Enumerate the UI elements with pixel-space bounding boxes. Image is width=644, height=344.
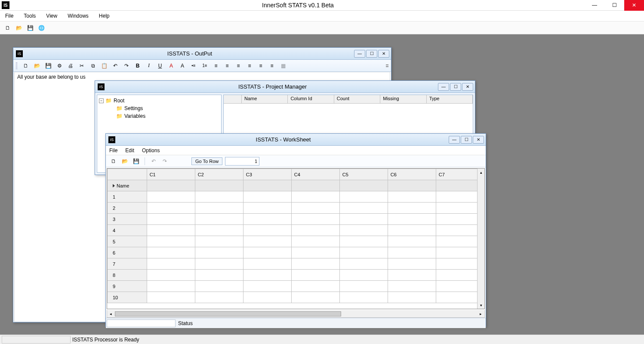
pm-maximize-button[interactable]: ☐	[450, 83, 461, 91]
ws-menu-options[interactable]: Options	[142, 147, 160, 154]
ws-col-c5[interactable]: C5	[339, 169, 388, 180]
pm-col-name[interactable]: Name	[242, 95, 288, 103]
ws-cell[interactable]	[243, 214, 291, 225]
ws-col-c2[interactable]: C2	[195, 169, 243, 180]
scroll-down-icon[interactable]: ▾	[478, 301, 484, 309]
ws-cell[interactable]	[243, 258, 291, 270]
toolbar-overflow-icon[interactable]	[386, 64, 388, 67]
ws-horizontal-scrollbar[interactable]: ◂ ▸	[107, 310, 485, 318]
ws-cell[interactable]	[147, 191, 195, 203]
ws-data-row[interactable]: 1	[108, 191, 484, 203]
ws-col-c6[interactable]: C6	[388, 169, 436, 180]
scroll-right-icon[interactable]: ▸	[477, 310, 484, 317]
scroll-thumb[interactable]	[115, 311, 341, 316]
ws-cell[interactable]	[195, 180, 243, 191]
pm-col-columnid[interactable]: Column Id	[288, 95, 334, 103]
output-print-icon[interactable]	[66, 61, 75, 70]
minimize-button[interactable]: —	[585, 0, 604, 11]
ws-cell[interactable]	[291, 281, 339, 292]
ws-cell[interactable]	[339, 247, 388, 258]
ws-cell[interactable]	[147, 281, 195, 292]
ws-cell[interactable]	[339, 292, 388, 303]
ws-cell[interactable]	[291, 203, 339, 214]
ws-cell[interactable]	[243, 247, 291, 258]
ws-menu-file[interactable]: File	[109, 147, 117, 154]
tree-item-root[interactable]: − Root	[99, 97, 219, 104]
ws-row-header[interactable]: 8	[108, 270, 147, 281]
output-align-center-icon[interactable]	[223, 61, 231, 70]
menu-file[interactable]: File	[0, 11, 18, 21]
ws-cell[interactable]	[388, 214, 436, 225]
ws-cell[interactable]	[388, 236, 436, 247]
ws-cell[interactable]	[291, 214, 339, 225]
output-redo-icon[interactable]	[122, 61, 131, 70]
ws-cell[interactable]	[339, 214, 388, 225]
ws-cell[interactable]	[243, 203, 291, 214]
output-cut-icon[interactable]	[77, 61, 86, 70]
ws-redo-icon[interactable]	[160, 157, 169, 166]
ws-cell[interactable]	[195, 236, 243, 247]
ws-cell[interactable]	[243, 236, 291, 247]
ws-cell[interactable]	[243, 281, 291, 292]
ws-cell[interactable]	[339, 258, 388, 270]
ws-cell[interactable]	[147, 247, 195, 258]
ws-titlebar[interactable]: IS ISSTATS - WorkSheet — ☐ ✕	[106, 134, 486, 146]
ws-cell[interactable]	[243, 180, 291, 191]
ws-new-icon[interactable]	[109, 157, 118, 166]
ws-cell[interactable]	[388, 270, 436, 281]
globe-icon[interactable]	[37, 24, 46, 32]
menu-windows[interactable]: Windows	[62, 11, 94, 21]
tree-item-variables[interactable]: Variables	[99, 112, 219, 120]
output-underline-button[interactable]: U	[156, 61, 164, 70]
ws-data-row[interactable]: 2	[108, 203, 484, 214]
ws-cell[interactable]	[388, 258, 436, 270]
ws-data-row[interactable]: 9	[108, 281, 484, 292]
output-maximize-button[interactable]: ☐	[366, 50, 377, 58]
ws-cell[interactable]	[388, 191, 436, 203]
ws-cell[interactable]	[147, 236, 195, 247]
ws-cell[interactable]	[388, 203, 436, 214]
ws-cell[interactable]	[388, 292, 436, 303]
ws-cell[interactable]	[195, 203, 243, 214]
close-button[interactable]: ✕	[624, 0, 644, 11]
new-icon[interactable]	[3, 24, 12, 32]
ws-cell[interactable]	[339, 236, 388, 247]
ws-data-row[interactable]: 8	[108, 270, 484, 281]
ws-cell[interactable]	[243, 292, 291, 303]
open-icon[interactable]	[15, 24, 23, 32]
ws-data-row[interactable]: 6	[108, 247, 484, 258]
ws-cell[interactable]	[195, 247, 243, 258]
ws-cell[interactable]	[291, 247, 339, 258]
output-open-icon[interactable]	[33, 61, 41, 70]
output-indent-increase-icon[interactable]	[268, 61, 276, 70]
ws-row-header[interactable]: 6	[108, 247, 147, 258]
ws-data-row[interactable]: 10	[108, 292, 484, 303]
ws-menu-edit[interactable]: Edit	[125, 147, 134, 154]
ws-cell[interactable]	[147, 292, 195, 303]
ws-cell[interactable]	[388, 180, 436, 191]
ws-undo-icon[interactable]	[149, 157, 158, 166]
pm-grid-corner[interactable]	[224, 95, 242, 103]
ws-cell[interactable]	[147, 214, 195, 225]
output-paste-icon[interactable]	[100, 61, 108, 70]
ws-data-row[interactable]: 5	[108, 236, 484, 247]
ws-col-c1[interactable]: C1	[147, 169, 195, 180]
output-align-right-icon[interactable]	[234, 61, 243, 70]
ws-row-header[interactable]: 5	[108, 236, 147, 247]
goto-row-button[interactable]: Go To Row	[191, 157, 222, 165]
ws-row-header[interactable]: 1	[108, 191, 147, 203]
output-indent-decrease-icon[interactable]	[256, 61, 265, 70]
ws-grid-corner[interactable]	[108, 169, 147, 180]
ws-cell[interactable]	[243, 225, 291, 236]
ws-cell[interactable]	[195, 258, 243, 270]
ws-cell[interactable]	[291, 236, 339, 247]
ws-cell[interactable]	[291, 191, 339, 203]
output-new-icon[interactable]	[22, 61, 30, 70]
pm-col-type[interactable]: Type	[427, 95, 473, 103]
output-bold-button[interactable]: B	[133, 61, 142, 70]
ws-cell[interactable]	[147, 225, 195, 236]
output-titlebar[interactable]: IS ISSTATS - OutPut — ☐ ✕	[13, 48, 391, 60]
ws-maximize-button[interactable]: ☐	[461, 136, 472, 144]
ws-cell[interactable]	[291, 292, 339, 303]
ws-row-header[interactable]: 4	[108, 225, 147, 236]
